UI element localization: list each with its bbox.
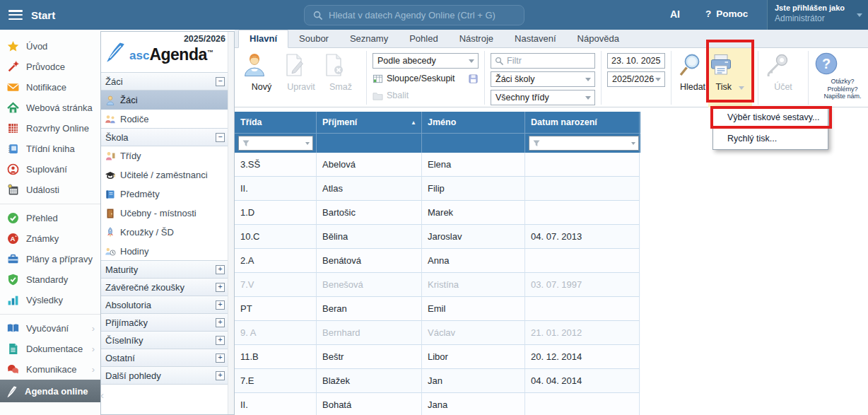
menu-icon[interactable]: [8, 10, 23, 20]
table-row[interactable]: 3.SŠAbelováElena: [235, 153, 640, 177]
tree-section-prijimacky[interactable]: Přijímačky+: [101, 313, 229, 332]
tree-section-zaverecne-zkousky[interactable]: Závěrečné zkoušky+: [101, 278, 229, 296]
tree-section-maturity[interactable]: Maturity+: [101, 260, 229, 279]
sidebar-item-komunikace[interactable]: Komunikace›: [0, 359, 100, 380]
tree-scrollbar[interactable]: [228, 32, 234, 414]
table-row[interactable]: 2.ABenátováAnna: [235, 249, 640, 273]
column-header-jmeno[interactable]: Jméno: [422, 112, 525, 133]
tab-soubor[interactable]: Soubor: [288, 30, 339, 47]
tree-item-zaci[interactable]: Žáci: [101, 90, 229, 110]
sidebar-item-rozvrhy-online[interactable]: Rozvrhy Online: [0, 118, 100, 139]
expand-icon[interactable]: +: [216, 318, 225, 327]
tree-section-zaci[interactable]: Žáci−: [101, 72, 229, 90]
sidebar-item-agenda-online-active[interactable]: Agenda online: [0, 380, 100, 402]
tab-napoveda[interactable]: Nápověda: [567, 30, 630, 47]
expand-icon[interactable]: +: [216, 300, 225, 310]
datum-filter-select[interactable]: [529, 136, 639, 151]
tree-item-ucitele-zamestnanci[interactable]: Učitelé / zaměstnanci: [101, 165, 229, 185]
trida-filter-select[interactable]: [238, 136, 313, 151]
sidebar-item-plany-a-pripravy[interactable]: Plány a přípravy: [0, 249, 100, 269]
tree-item-tridy[interactable]: Třídy: [101, 146, 229, 165]
tree-section-ciselniky[interactable]: Číselníky+: [101, 331, 229, 349]
contact-button[interactable]: ? Otázky? Problémy? Napište nám.: [814, 48, 868, 100]
cell-datum-narozeni: 04. 04. 2014: [525, 369, 640, 393]
collapse-button[interactable]: Sbalit: [373, 88, 479, 103]
person-circle-icon: [7, 163, 19, 175]
sort-order-select[interactable]: Podle abecedy: [373, 53, 479, 69]
sidebar-item-webova-stranka[interactable]: Webová stránka: [0, 98, 100, 118]
tab-pohled[interactable]: Pohled: [399, 30, 448, 47]
table-row[interactable]: II.AtlasFilip: [235, 177, 640, 201]
search-button[interactable]: Hledat: [677, 48, 708, 92]
school-year-select[interactable]: 2025/2026: [607, 71, 665, 87]
sidebar-item-label: Suplování: [26, 164, 67, 175]
expand-icon[interactable]: +: [216, 353, 225, 363]
table-row[interactable]: 7.VBenešováKristína03. 07. 1997: [235, 273, 640, 297]
columns-group-label: Sloupce/Seskupit: [387, 74, 455, 83]
table-row[interactable]: PTBeranEmil: [235, 297, 640, 321]
tab-hlavni[interactable]: Hlavní: [238, 30, 288, 48]
date-field[interactable]: 23. 10. 2025: [607, 53, 665, 69]
sidebar-item-notifikace[interactable]: Notifikace: [0, 77, 100, 98]
table-row[interactable]: 9. ABernhardVáclav21. 01. 2012: [235, 321, 640, 345]
expand-icon[interactable]: +: [216, 283, 225, 292]
table-row[interactable]: 11.BBeštrLibor20. 12. 2014: [235, 345, 640, 369]
tree-item-hodiny[interactable]: Hodiny: [101, 242, 229, 261]
menu-item-print-report-selection[interactable]: Výběr tiskové sestavy...: [713, 107, 828, 128]
delete-button[interactable]: Smaž: [321, 52, 360, 92]
help-button[interactable]: ? Pomoc: [705, 8, 748, 19]
table-row[interactable]: 1.DBartošicMarek: [235, 201, 640, 225]
global-search-input[interactable]: Hledat v datech Agendy Online (Ctrl + G): [304, 5, 524, 25]
user-menu[interactable]: Jste přihlášen jako Administrátor: [767, 0, 868, 30]
sidebar-item-tridni-kniha[interactable]: Třídní kniha: [0, 139, 100, 159]
menu-item-quick-print[interactable]: Rychlý tisk...: [713, 128, 828, 149]
column-header-prijmeni[interactable]: Příjmení▲: [317, 112, 422, 133]
sidebar-divider: [0, 204, 100, 204]
sidebar-item-uvod[interactable]: Úvod: [0, 36, 100, 57]
table-row[interactable]: 7.EBlažekJan04. 04. 2014: [235, 369, 640, 393]
account-button[interactable]: Účet: [764, 48, 802, 92]
sidebar-item-standardy[interactable]: Standardy: [0, 269, 100, 290]
tree-section-dalsi-pohledy[interactable]: Další pohledy+: [101, 366, 229, 385]
column-header-trida[interactable]: Třída: [235, 112, 317, 133]
cell-prijmeni: Benešová: [317, 273, 422, 297]
sidebar-item-dokumentace[interactable]: Dokumentace›: [0, 339, 100, 359]
new-button[interactable]: Nový: [242, 52, 281, 92]
expand-icon[interactable]: +: [216, 265, 225, 274]
columns-group-button[interactable]: Sloupce/Seskupit: [373, 71, 479, 86]
tree-item-rodice[interactable]: Rodiče: [101, 110, 229, 129]
sidebar-item-pruvodce[interactable]: Průvodce: [0, 57, 100, 77]
collapse-icon[interactable]: −: [216, 133, 225, 142]
ai-button[interactable]: AI: [670, 8, 680, 20]
tree-section-ostatni[interactable]: Ostatní+: [101, 349, 229, 367]
table-row[interactable]: 10.CBělinaJaroslav04. 07. 2013: [235, 225, 640, 249]
tab-seznamy[interactable]: Seznamy: [339, 30, 399, 47]
print-button[interactable]: Tisk: [708, 48, 752, 107]
save-layout-icon[interactable]: [468, 74, 479, 84]
sidebar-item-udalosti[interactable]: Události: [0, 180, 100, 200]
tree-item-krouzky-sd[interactable]: Kroužky / ŠD: [101, 223, 229, 242]
tree-item-predmety[interactable]: Předměty: [101, 185, 229, 204]
chevron-down-icon: [469, 59, 474, 63]
sidebar-item-znamky[interactable]: AZnámky: [0, 228, 100, 249]
scope-select[interactable]: Žáci školy: [491, 71, 595, 87]
tab-nastaveni[interactable]: Nastavení: [504, 30, 567, 47]
sidebar-item-vysledky[interactable]: Výsledky: [0, 290, 100, 310]
filter-input[interactable]: Filtr: [491, 53, 595, 69]
column-header-datum-narozeni[interactable]: Datum narození: [525, 112, 640, 133]
edit-button[interactable]: Upravit: [281, 52, 321, 92]
tree-section-absolutoria[interactable]: Absolutoria+: [101, 296, 229, 314]
tab-nastroje[interactable]: Nástroje: [449, 30, 504, 47]
sidebar-item-suplovani[interactable]: Suplování: [0, 159, 100, 180]
expand-icon[interactable]: +: [216, 336, 225, 345]
panel-collapse-icon[interactable]: ‹: [100, 389, 104, 401]
classes-select[interactable]: Všechny třídy: [491, 90, 595, 105]
collapse-icon[interactable]: −: [216, 77, 225, 86]
table-row[interactable]: II.BohatáJana: [235, 393, 640, 415]
start-button[interactable]: Start: [31, 9, 55, 21]
tree-item-ucebny-mistnosti[interactable]: Učebny - místnosti: [101, 204, 229, 223]
sidebar-item-vyucovani[interactable]: Vyučování›: [0, 318, 100, 339]
tree-section-skola[interactable]: Škola−: [101, 128, 229, 146]
expand-icon[interactable]: +: [216, 371, 225, 380]
sidebar-item-prehled[interactable]: Přehled: [0, 208, 100, 228]
